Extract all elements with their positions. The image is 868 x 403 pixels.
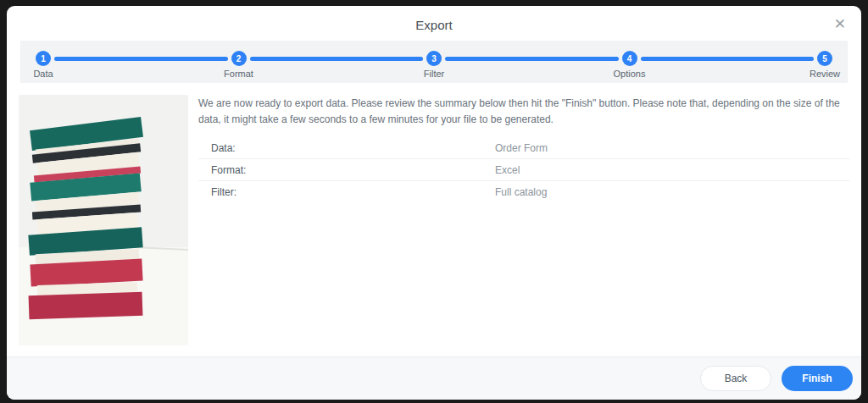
summary-table: Data: Order Form Format: Excel Filter: F… — [198, 137, 849, 203]
step-review[interactable]: 5 Review — [817, 51, 832, 66]
finish-button[interactable]: Finish — [782, 366, 853, 391]
step-label: Data — [33, 69, 53, 79]
summary-row-format: Format: Excel — [198, 159, 849, 181]
step-data[interactable]: 1 Data — [36, 51, 51, 66]
summary-value: Order Form — [495, 142, 548, 154]
review-panel: We are now ready to export data. Please … — [198, 95, 849, 356]
step-connector — [54, 57, 228, 61]
summary-label: Data: — [198, 142, 495, 154]
dialog-title: Export — [7, 18, 861, 32]
summary-value: Full catalog — [495, 186, 547, 198]
wizard-stepper: 1 Data 2 Format 3 Filter 4 Options 5 Rev… — [20, 41, 848, 83]
step-number-badge: 3 — [426, 51, 442, 66]
step-number-badge: 5 — [817, 51, 832, 66]
summary-row-data: Data: Order Form — [198, 137, 849, 159]
step-connector — [250, 57, 424, 61]
books-photo — [19, 95, 188, 345]
step-connector — [445, 57, 619, 61]
step-label: Filter — [424, 69, 444, 79]
summary-row-filter: Filter: Full catalog — [198, 181, 849, 203]
export-dialog: Export ✕ 1 Data 2 Format 3 Filter 4 Opti… — [7, 6, 861, 400]
step-format[interactable]: 2 Format — [231, 51, 247, 66]
step-number-badge: 2 — [231, 51, 247, 66]
step-options[interactable]: 4 Options — [622, 51, 637, 66]
step-label: Options — [614, 69, 646, 79]
dialog-content: We are now ready to export data. Please … — [7, 83, 861, 356]
step-number-badge: 1 — [36, 51, 51, 66]
step-connector — [641, 57, 815, 61]
summary-label: Format: — [198, 164, 495, 176]
dialog-header: Export ✕ — [7, 6, 861, 41]
summary-label: Filter: — [198, 186, 495, 198]
back-button[interactable]: Back — [700, 366, 771, 391]
step-label: Format — [224, 69, 253, 79]
step-filter[interactable]: 3 Filter — [426, 51, 442, 66]
intro-text: We are now ready to export data. Please … — [198, 96, 849, 127]
summary-value: Excel — [495, 164, 520, 176]
step-label: Review — [810, 69, 840, 79]
close-icon[interactable]: ✕ — [831, 14, 849, 35]
dialog-footer: Back Finish — [7, 356, 861, 400]
step-number-badge: 4 — [622, 51, 637, 66]
